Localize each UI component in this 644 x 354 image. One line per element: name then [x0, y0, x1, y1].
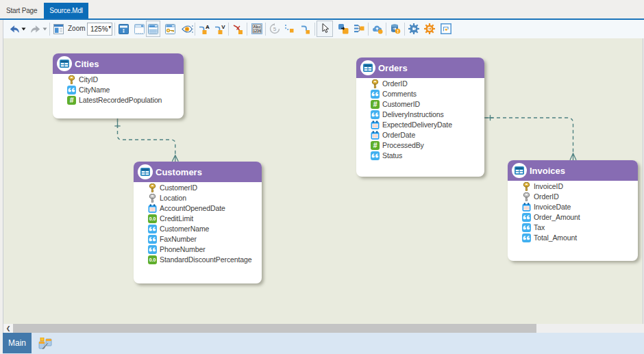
- svg-text:0.0: 0.0: [149, 257, 156, 262]
- svg-text:#: #: [70, 96, 74, 104]
- svg-text:1234: 1234: [253, 29, 260, 33]
- svg-text:#: #: [373, 100, 377, 108]
- svg-text:V: V: [221, 24, 225, 30]
- svg-text:5: 5: [273, 26, 277, 32]
- svg-text:A: A: [206, 24, 210, 30]
- svg-text:#: #: [373, 141, 377, 149]
- svg-text:0.0: 0.0: [149, 216, 156, 221]
